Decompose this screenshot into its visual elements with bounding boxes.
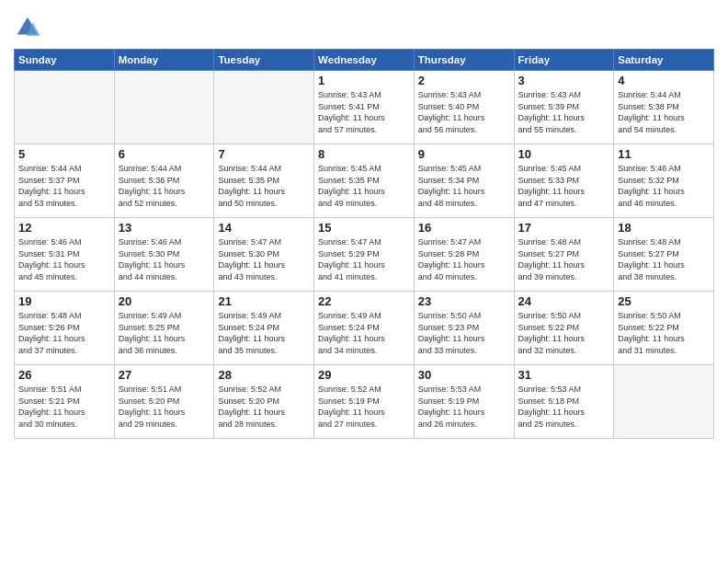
- cell-details: Sunrise: 5:45 AM Sunset: 5:35 PM Dayligh…: [318, 163, 410, 209]
- calendar-cell: 13Sunrise: 5:46 AM Sunset: 5:30 PM Dayli…: [114, 218, 214, 292]
- day-number: 6: [119, 147, 210, 161]
- cell-details: Sunrise: 5:46 AM Sunset: 5:32 PM Dayligh…: [618, 163, 710, 209]
- calendar-cell: 8Sunrise: 5:45 AM Sunset: 5:35 PM Daylig…: [314, 144, 415, 218]
- calendar-cell: 16Sunrise: 5:47 AM Sunset: 5:28 PM Dayli…: [414, 218, 514, 292]
- calendar-week-row: 1Sunrise: 5:43 AM Sunset: 5:41 PM Daylig…: [15, 71, 714, 144]
- day-number: 18: [618, 221, 710, 235]
- calendar-week-row: 12Sunrise: 5:46 AM Sunset: 5:31 PM Dayli…: [15, 218, 714, 292]
- calendar-cell: 24Sunrise: 5:50 AM Sunset: 5:22 PM Dayli…: [514, 292, 614, 365]
- cell-details: Sunrise: 5:48 AM Sunset: 5:26 PM Dayligh…: [18, 310, 110, 356]
- calendar-cell: 29Sunrise: 5:52 AM Sunset: 5:19 PM Dayli…: [314, 365, 415, 439]
- day-number: 10: [518, 147, 610, 161]
- calendar-week-row: 5Sunrise: 5:44 AM Sunset: 5:37 PM Daylig…: [15, 144, 714, 218]
- day-number: 27: [119, 368, 210, 382]
- cell-details: Sunrise: 5:43 AM Sunset: 5:39 PM Dayligh…: [518, 89, 610, 135]
- calendar-cell: 26Sunrise: 5:51 AM Sunset: 5:21 PM Dayli…: [15, 365, 115, 439]
- day-number: 12: [18, 221, 110, 235]
- calendar-cell: 3Sunrise: 5:43 AM Sunset: 5:39 PM Daylig…: [514, 71, 614, 144]
- calendar-cell: 1Sunrise: 5:43 AM Sunset: 5:41 PM Daylig…: [314, 71, 415, 144]
- calendar-cell: 15Sunrise: 5:47 AM Sunset: 5:29 PM Dayli…: [314, 218, 415, 292]
- calendar-cell: 10Sunrise: 5:45 AM Sunset: 5:33 PM Dayli…: [514, 144, 614, 218]
- weekday-header: Wednesday: [314, 50, 415, 71]
- calendar-cell: 14Sunrise: 5:47 AM Sunset: 5:30 PM Dayli…: [214, 218, 314, 292]
- calendar-cell: 5Sunrise: 5:44 AM Sunset: 5:37 PM Daylig…: [15, 144, 115, 218]
- calendar-cell: [214, 71, 314, 144]
- cell-details: Sunrise: 5:47 AM Sunset: 5:30 PM Dayligh…: [218, 236, 310, 282]
- calendar-cell: [614, 365, 714, 439]
- cell-details: Sunrise: 5:46 AM Sunset: 5:31 PM Dayligh…: [18, 236, 110, 282]
- cell-details: Sunrise: 5:46 AM Sunset: 5:30 PM Dayligh…: [119, 236, 210, 282]
- cell-details: Sunrise: 5:48 AM Sunset: 5:27 PM Dayligh…: [618, 236, 710, 282]
- cell-details: Sunrise: 5:50 AM Sunset: 5:22 PM Dayligh…: [618, 310, 710, 356]
- cell-details: Sunrise: 5:51 AM Sunset: 5:21 PM Dayligh…: [18, 384, 110, 430]
- cell-details: Sunrise: 5:44 AM Sunset: 5:38 PM Dayligh…: [618, 89, 710, 135]
- day-number: 25: [618, 294, 710, 308]
- cell-details: Sunrise: 5:52 AM Sunset: 5:19 PM Dayligh…: [318, 384, 410, 430]
- cell-details: Sunrise: 5:45 AM Sunset: 5:34 PM Dayligh…: [418, 163, 510, 209]
- day-number: 3: [518, 74, 610, 87]
- calendar-cell: 27Sunrise: 5:51 AM Sunset: 5:20 PM Dayli…: [114, 365, 214, 439]
- header: [14, 9, 714, 41]
- cell-details: Sunrise: 5:49 AM Sunset: 5:24 PM Dayligh…: [218, 310, 310, 356]
- calendar-table: SundayMondayTuesdayWednesdayThursdayFrid…: [14, 49, 714, 439]
- cell-details: Sunrise: 5:45 AM Sunset: 5:33 PM Dayligh…: [518, 163, 610, 209]
- day-number: 1: [318, 74, 410, 87]
- weekday-header: Thursday: [414, 50, 514, 71]
- calendar-cell: 4Sunrise: 5:44 AM Sunset: 5:38 PM Daylig…: [614, 71, 714, 144]
- day-number: 17: [518, 221, 610, 235]
- weekday-header: Monday: [114, 50, 214, 71]
- calendar-cell: 18Sunrise: 5:48 AM Sunset: 5:27 PM Dayli…: [614, 218, 714, 292]
- cell-details: Sunrise: 5:48 AM Sunset: 5:27 PM Dayligh…: [518, 236, 610, 282]
- cell-details: Sunrise: 5:51 AM Sunset: 5:20 PM Dayligh…: [119, 384, 210, 430]
- cell-details: Sunrise: 5:43 AM Sunset: 5:40 PM Dayligh…: [418, 89, 510, 135]
- calendar-cell: 19Sunrise: 5:48 AM Sunset: 5:26 PM Dayli…: [15, 292, 115, 365]
- weekday-header: Sunday: [15, 50, 115, 71]
- cell-details: Sunrise: 5:47 AM Sunset: 5:29 PM Dayligh…: [318, 236, 410, 282]
- calendar-cell: 6Sunrise: 5:44 AM Sunset: 5:36 PM Daylig…: [114, 144, 214, 218]
- day-number: 29: [318, 368, 410, 382]
- weekday-header: Friday: [514, 50, 614, 71]
- cell-details: Sunrise: 5:53 AM Sunset: 5:18 PM Dayligh…: [518, 384, 610, 430]
- calendar-cell: 9Sunrise: 5:45 AM Sunset: 5:34 PM Daylig…: [414, 144, 514, 218]
- calendar-cell: 2Sunrise: 5:43 AM Sunset: 5:40 PM Daylig…: [414, 71, 514, 144]
- calendar-cell: 28Sunrise: 5:52 AM Sunset: 5:20 PM Dayli…: [214, 365, 314, 439]
- calendar-cell: [114, 71, 214, 144]
- day-number: 11: [618, 147, 710, 161]
- weekday-header: Saturday: [614, 50, 714, 71]
- cell-details: Sunrise: 5:43 AM Sunset: 5:41 PM Dayligh…: [318, 89, 410, 135]
- calendar-cell: [15, 71, 115, 144]
- day-number: 31: [518, 368, 610, 382]
- day-number: 8: [318, 147, 410, 161]
- cell-details: Sunrise: 5:47 AM Sunset: 5:28 PM Dayligh…: [418, 236, 510, 282]
- day-number: 9: [418, 147, 510, 161]
- day-number: 14: [218, 221, 310, 235]
- calendar-cell: 25Sunrise: 5:50 AM Sunset: 5:22 PM Dayli…: [614, 292, 714, 365]
- day-number: 19: [18, 294, 110, 308]
- calendar-week-row: 19Sunrise: 5:48 AM Sunset: 5:26 PM Dayli…: [15, 292, 714, 365]
- calendar-cell: 7Sunrise: 5:44 AM Sunset: 5:35 PM Daylig…: [214, 144, 314, 218]
- weekday-header: Tuesday: [214, 50, 314, 71]
- day-number: 24: [518, 294, 610, 308]
- logo-icon: [14, 14, 41, 41]
- day-number: 2: [418, 74, 510, 87]
- cell-details: Sunrise: 5:50 AM Sunset: 5:23 PM Dayligh…: [418, 310, 510, 356]
- logo: [14, 14, 44, 41]
- cell-details: Sunrise: 5:49 AM Sunset: 5:25 PM Dayligh…: [119, 310, 210, 356]
- page-container: SundayMondayTuesdayWednesdayThursdayFrid…: [0, 0, 728, 448]
- calendar-cell: 23Sunrise: 5:50 AM Sunset: 5:23 PM Dayli…: [414, 292, 514, 365]
- calendar-cell: 20Sunrise: 5:49 AM Sunset: 5:25 PM Dayli…: [114, 292, 214, 365]
- cell-details: Sunrise: 5:50 AM Sunset: 5:22 PM Dayligh…: [518, 310, 610, 356]
- cell-details: Sunrise: 5:53 AM Sunset: 5:19 PM Dayligh…: [418, 384, 510, 430]
- day-number: 21: [218, 294, 310, 308]
- day-number: 20: [119, 294, 210, 308]
- cell-details: Sunrise: 5:44 AM Sunset: 5:36 PM Dayligh…: [119, 163, 210, 209]
- day-number: 15: [318, 221, 410, 235]
- weekday-header-row: SundayMondayTuesdayWednesdayThursdayFrid…: [15, 50, 714, 71]
- day-number: 28: [218, 368, 310, 382]
- day-number: 23: [418, 294, 510, 308]
- calendar-cell: 30Sunrise: 5:53 AM Sunset: 5:19 PM Dayli…: [414, 365, 514, 439]
- day-number: 26: [18, 368, 110, 382]
- day-number: 4: [618, 74, 710, 87]
- day-number: 5: [18, 147, 110, 161]
- day-number: 22: [318, 294, 410, 308]
